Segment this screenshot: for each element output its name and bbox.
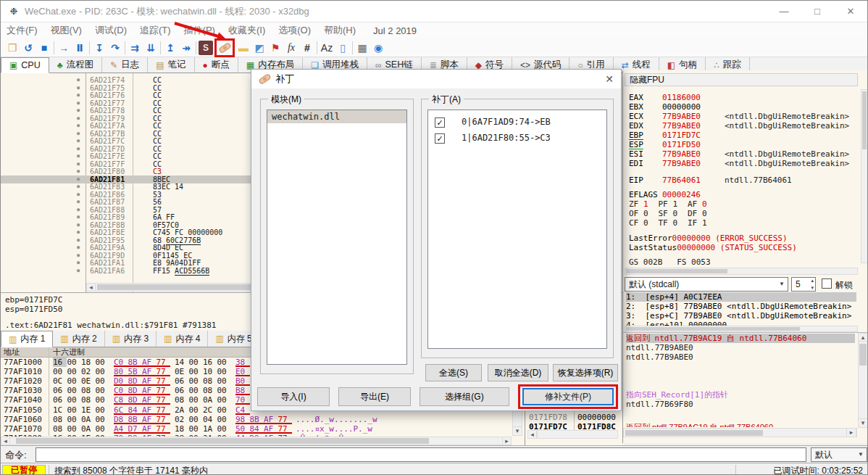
hex-byte[interactable]: 02 [175,415,188,424]
scylla-icon[interactable]: S [199,41,213,55]
menu-item-view[interactable]: 视图(V) [51,24,82,37]
hex-byte[interactable]: AF [142,386,156,395]
hex-byte[interactable]: 0E [175,367,188,376]
module-list-item[interactable]: wechatwin.dll [267,110,406,123]
restore-selection-button[interactable]: 恢复选择项(R) [553,364,618,381]
patch-checkbox[interactable]: ✓ [435,133,445,144]
hex-byte[interactable]: 08 [53,415,67,424]
hex-byte[interactable]: 04 [203,415,217,424]
dump-tab-4[interactable]: ▥内存 4 [157,331,208,347]
strings-icon[interactable]: Az [320,41,334,55]
hex-byte[interactable]: 08 [203,376,217,386]
stop-icon[interactable]: ■ [37,41,51,55]
hex-byte[interactable]: 00 [217,405,231,415]
stack-comment-row[interactable] [626,381,855,390]
menu-item-options[interactable]: 选项(O) [278,24,311,37]
calling-convention-select[interactable]: 默认 (stdcall) ▼ [625,277,788,292]
hex-byte[interactable]: 00 [96,358,109,367]
export-button[interactable]: 导出(E) [338,387,411,406]
hex-byte[interactable]: AF [142,424,156,434]
select-group-button[interactable]: 选择组(G) [420,387,509,406]
register-row[interactable]: CF 0TF 0IF 1 [629,218,858,228]
hex-byte[interactable]: 08 [53,424,67,434]
patch-icon[interactable] [218,41,232,53]
menu-item-help[interactable]: 帮助(H) [324,24,356,37]
hex-byte[interactable]: 00 [189,386,203,395]
stack-hscrollbar[interactable] [537,430,618,439]
register-row[interactable]: EBX00000000 [629,102,858,112]
hex-byte[interactable]: AF [142,367,156,376]
hex-byte[interactable]: C0 [114,358,128,367]
import-button[interactable]: 导入(I) [257,387,330,406]
hex-byte[interactable]: B8 [235,386,249,395]
stack-comment-row[interactable]: 返回到 ntdll.77B9AC19 自 ntdll.77B64060 [626,334,855,343]
hex-byte[interactable]: 0C [53,376,67,386]
hide-fpu-button[interactable]: 隐藏FPU [625,73,858,86]
stack-arg-row[interactable]: 1: [esp+4] A0C17EEA [626,292,856,302]
hex-byte[interactable]: 00 [67,358,81,367]
hex-byte[interactable]: 00 [189,367,203,376]
hex-byte[interactable]: 00 [217,415,231,424]
register-row[interactable]: EDI77B9ABE0<ntdll.DbgUiRemoteBreakin> [629,159,858,168]
hex-byte[interactable]: 1E [81,405,95,415]
comments-scroll-down-icon[interactable]: ▾ [858,418,868,428]
register-row[interactable]: EIP77B64061ntdll.77B64061 [629,175,858,185]
hex-byte[interactable]: 00 [189,405,203,415]
hex-byte[interactable]: 84 [250,424,264,434]
hex-byte[interactable]: 2A [175,405,188,415]
hex-byte[interactable]: 0A [81,415,95,424]
hex-byte[interactable]: 8B [128,358,142,367]
hex-byte[interactable]: 8D [128,386,142,395]
dump-row[interactable]: 77AF107008000A00A4D7AF7718001A005084AF77… [1,424,512,434]
pause-icon[interactable]: Ⅱ [72,41,87,55]
hex-byte[interactable]: AF [142,395,156,405]
hex-byte[interactable]: 00 [96,424,109,434]
hex-byte[interactable]: 00 [96,367,109,376]
hex-byte[interactable]: B0 [235,376,249,386]
hex-byte[interactable]: 00 [67,424,81,434]
hex-byte[interactable]: AF [264,424,277,434]
hex-byte[interactable]: 00 [53,367,67,376]
label-icon[interactable]: ◩ [252,41,267,55]
comment-icon[interactable]: ▬ [236,41,251,55]
hex-byte[interactable]: 77 [157,358,170,367]
hex-byte[interactable]: 8B [250,415,264,424]
stack-arg-row[interactable]: 2: [esp+8] 77B9ABE0 <ntdll.DbgUiRemoteBr… [626,302,856,311]
hex-byte[interactable]: AF [142,415,156,424]
register-row[interactable]: EFLAGS00000246 [629,190,858,199]
hex-byte[interactable]: 16 [203,358,217,367]
args-hscrollbar[interactable] [625,326,858,332]
dump-scroll-right-icon[interactable]: ▸ [502,437,512,445]
animate-into-icon[interactable]: ⇉ [128,41,142,55]
hex-byte[interactable]: D8 [114,415,128,424]
stack-comment-row[interactable]: 指向SEH_Record[1]的指针 [626,390,855,400]
hex-byte[interactable]: 16 [53,358,67,367]
tab-notes[interactable]: ▤笔记 [148,57,194,73]
comments-scroll-up-icon[interactable]: ▴ [858,333,868,342]
hex-byte[interactable]: 77 [157,376,170,386]
patch-list-item[interactable]: ✓0|6A7F1AD9:74->EB [428,115,606,131]
hex-byte[interactable]: 14 [175,358,188,367]
stack-scroll-left-icon[interactable]: ◂ [527,430,537,439]
hex-byte[interactable]: 18 [81,358,95,367]
hex-byte[interactable]: 00 [67,376,81,386]
hex-byte[interactable]: 77 [157,367,170,376]
hex-byte[interactable]: 00 [217,376,231,386]
comments-hscrollbar[interactable] [623,428,857,437]
hex-byte[interactable]: C0 [114,386,128,395]
hex-byte[interactable]: 00 [217,367,231,376]
command-input[interactable] [36,447,806,462]
deselect-all-button[interactable]: 取消全选(D) [488,364,548,381]
stack-comment-row[interactable] [626,362,855,371]
dump-tab-2[interactable]: ▥内存 2 [53,331,104,347]
register-row[interactable]: ESP0171FD50 [629,140,858,149]
hex-byte[interactable]: 08 [81,386,95,395]
hex-byte[interactable]: 0A [81,424,95,434]
hex-byte[interactable]: 80 [114,367,128,376]
hex-byte[interactable]: 84 [128,405,142,415]
hex-byte[interactable]: 38 [235,358,249,367]
hex-byte[interactable]: 00 [96,415,109,424]
hex-byte[interactable]: 8D [128,376,142,386]
hex-byte[interactable]: 77 [278,424,292,434]
step-into-icon[interactable]: ↧ [92,41,107,55]
